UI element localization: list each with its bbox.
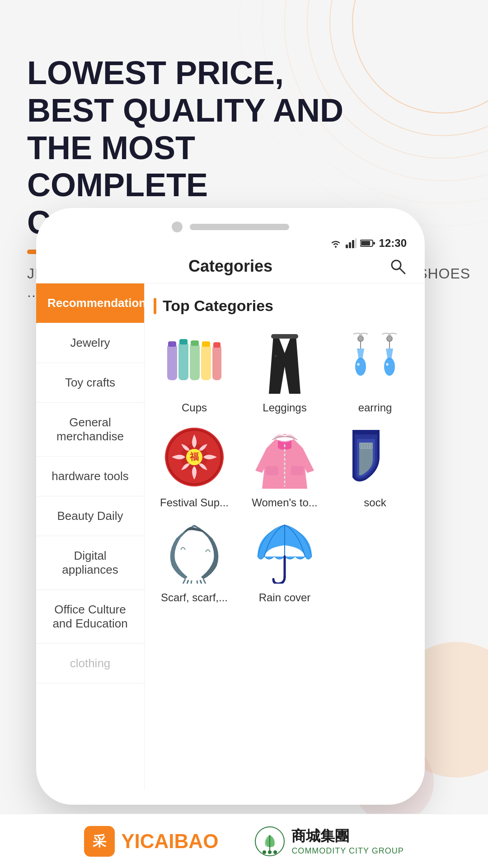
category-item-earring[interactable]: earring: [334, 328, 416, 414]
svg-rect-18: [190, 343, 200, 380]
svg-rect-13: [373, 242, 375, 245]
leggings-image: [251, 328, 319, 396]
svg-rect-20: [212, 345, 221, 380]
svg-rect-24: [202, 341, 210, 347]
footer-logos: 采 YICAIBAO 商城集團 COMMODITY CITY GROUP: [0, 814, 488, 868]
svg-rect-8: [349, 242, 351, 248]
svg-rect-25: [213, 342, 221, 348]
category-item-rain[interactable]: Rain cover: [244, 518, 325, 604]
leggings-label: Leggings: [263, 401, 306, 414]
sock-label: sock: [364, 496, 386, 509]
svg-rect-7: [346, 245, 348, 248]
category-item-sock[interactable]: sock: [334, 423, 416, 509]
yicaibao-icon: 采: [84, 826, 115, 857]
womens-label: Women's to...: [252, 496, 318, 509]
rain-image: [251, 518, 319, 586]
festival-label: Festival Sup...: [160, 496, 229, 509]
sock-image: [341, 423, 409, 491]
status-icons: 12:30: [329, 237, 407, 250]
svg-rect-19: [201, 344, 211, 380]
category-content: Top Categories: [145, 283, 425, 790]
svg-rect-9: [352, 240, 354, 248]
commodity-icon: [254, 826, 285, 857]
svg-line-53: [200, 580, 202, 584]
commodity-logo: 商城集團 COMMODITY CITY GROUP: [254, 826, 404, 857]
yicaibao-text: YICAIBAO: [121, 830, 218, 853]
sidebar-item-clothing[interactable]: clothing: [36, 644, 144, 684]
svg-line-51: [191, 580, 192, 584]
category-item-scarf[interactable]: Scarf, scarf,...: [154, 518, 235, 604]
sidebar: Recommendation Jewelry Toy crafts Genera…: [36, 283, 145, 790]
category-item-leggings[interactable]: Leggings: [244, 328, 325, 414]
phone-notch: [36, 208, 425, 232]
sidebar-item-toy-crafts[interactable]: Toy crafts: [36, 363, 144, 403]
svg-rect-22: [179, 339, 188, 344]
svg-rect-10: [355, 238, 357, 248]
womens-image: [251, 423, 319, 491]
svg-line-15: [399, 268, 405, 274]
svg-line-50: [187, 580, 188, 584]
sidebar-item-office-culture[interactable]: Office Culture and Education: [36, 590, 144, 644]
svg-rect-41: [266, 466, 278, 475]
festival-image: 福: [160, 423, 228, 491]
status-bar: 12:30: [36, 232, 425, 250]
wifi-icon: [329, 238, 342, 248]
category-grid: Cups Leggings: [154, 328, 416, 604]
svg-rect-16: [167, 344, 177, 380]
svg-point-32: [384, 358, 395, 376]
svg-point-33: [357, 363, 360, 366]
svg-rect-12: [361, 241, 370, 245]
cups-image: [160, 328, 228, 396]
top-categories-header: Top Categories: [154, 297, 416, 315]
app-title: Categories: [188, 257, 272, 276]
signal-icon: [346, 238, 357, 248]
svg-rect-21: [168, 341, 176, 347]
cups-label: Cups: [182, 401, 207, 414]
svg-line-52: [203, 579, 206, 584]
app-body: Recommendation Jewelry Toy crafts Genera…: [36, 283, 425, 790]
commodity-english-text: COMMODITY CITY GROUP: [291, 846, 404, 856]
battery-icon: [360, 239, 375, 247]
svg-point-6: [335, 246, 337, 248]
sidebar-item-digital-appliances[interactable]: Digital appliances: [36, 536, 144, 590]
category-item-cups[interactable]: Cups: [154, 328, 235, 414]
svg-rect-23: [191, 340, 199, 346]
rain-label: Rain cover: [259, 591, 311, 604]
svg-line-54: [197, 580, 197, 584]
svg-point-34: [386, 363, 389, 366]
top-categories-bar: [154, 298, 156, 314]
svg-point-29: [355, 358, 366, 376]
phone-speaker: [190, 224, 289, 230]
sidebar-item-recommendation[interactable]: Recommendation: [36, 283, 144, 323]
svg-text:采: 采: [93, 834, 107, 849]
commodity-chinese-text: 商城集團: [291, 826, 349, 846]
svg-rect-17: [178, 342, 188, 380]
app-header: Categories: [36, 250, 425, 283]
search-icon[interactable]: [389, 257, 407, 275]
svg-rect-42: [291, 466, 304, 475]
phone-camera: [172, 222, 183, 232]
svg-point-59: [263, 850, 266, 854]
svg-point-61: [273, 850, 277, 854]
earring-image: [341, 328, 409, 396]
sidebar-item-general-merchandise[interactable]: General merchandise: [36, 403, 144, 457]
status-time: 12:30: [379, 237, 407, 250]
category-item-womens[interactable]: Women's to...: [244, 423, 325, 509]
sidebar-item-beauty-daily[interactable]: Beauty Daily: [36, 496, 144, 536]
svg-text:福: 福: [189, 452, 199, 462]
svg-point-60: [268, 850, 272, 854]
top-categories-label: Top Categories: [163, 297, 273, 315]
category-item-festival-sup[interactable]: 福 Festival Sup...: [154, 423, 235, 509]
svg-line-49: [183, 579, 185, 584]
scarf-image: [160, 518, 228, 586]
yicaibao-logo: 采 YICAIBAO: [84, 826, 218, 857]
scarf-label: Scarf, scarf,...: [161, 591, 228, 604]
svg-rect-26: [271, 334, 298, 339]
sidebar-item-hardware-tools[interactable]: hardware tools: [36, 457, 144, 496]
sidebar-item-jewelry[interactable]: Jewelry: [36, 323, 144, 363]
phone-mockup: 12:30 Categories Recommendation Jewelry …: [36, 208, 425, 805]
earring-label: earring: [358, 401, 392, 414]
